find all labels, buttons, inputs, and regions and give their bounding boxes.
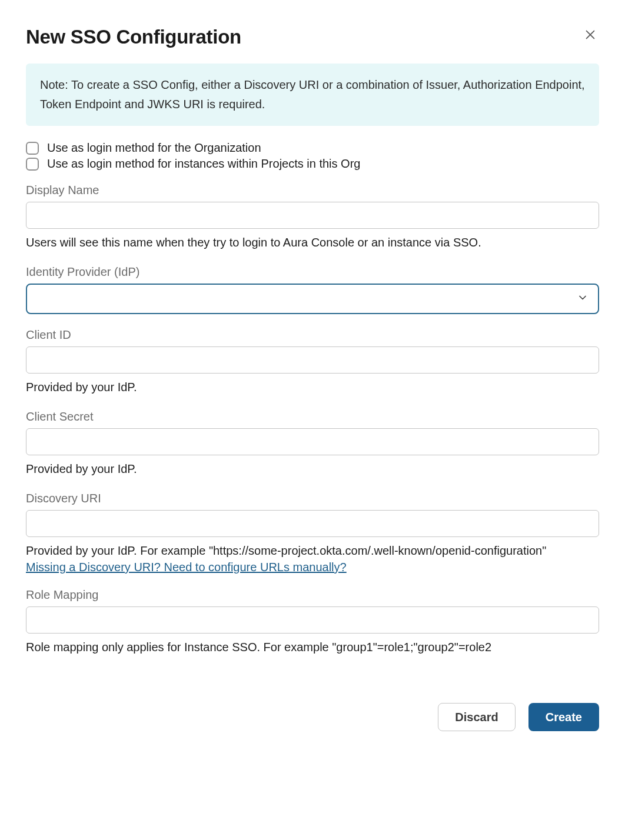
- checkbox-project-login[interactable]: [26, 158, 39, 171]
- checkbox-org-login[interactable]: [26, 142, 39, 155]
- discovery-uri-label: Discovery URI: [26, 492, 599, 505]
- display-name-help: Users will see this name when they try t…: [26, 234, 599, 251]
- checkbox-row-project-login: Use as login method for instances within…: [26, 157, 599, 171]
- role-mapping-input[interactable]: [26, 606, 599, 634]
- field-client-secret: Client Secret Provided by your IdP.: [26, 410, 599, 478]
- discard-button[interactable]: Discard: [438, 703, 515, 731]
- client-id-input[interactable]: [26, 346, 599, 374]
- create-button[interactable]: Create: [528, 703, 599, 731]
- idp-label: Identity Provider (IdP): [26, 265, 599, 279]
- dialog-footer: Discard Create: [26, 703, 599, 731]
- close-icon: [584, 28, 597, 43]
- info-note: Note: To create a SSO Config, either a D…: [26, 64, 599, 126]
- login-method-checkbox-group: Use as login method for the Organization…: [26, 141, 599, 171]
- close-button[interactable]: [581, 26, 599, 45]
- client-id-help: Provided by your IdP.: [26, 378, 599, 396]
- checkbox-row-org-login: Use as login method for the Organization: [26, 141, 599, 155]
- dialog-title: New SSO Configuration: [26, 26, 241, 48]
- sso-config-dialog: New SSO Configuration Note: To create a …: [0, 0, 625, 757]
- field-role-mapping: Role Mapping Role mapping only applies f…: [26, 588, 599, 656]
- field-client-id: Client ID Provided by your IdP.: [26, 328, 599, 396]
- client-secret-help: Provided by your IdP.: [26, 460, 599, 478]
- checkbox-project-login-label: Use as login method for instances within…: [47, 157, 360, 171]
- discovery-uri-input[interactable]: [26, 510, 599, 537]
- idp-select[interactable]: [26, 284, 599, 314]
- display-name-label: Display Name: [26, 184, 599, 197]
- field-idp: Identity Provider (IdP): [26, 265, 599, 314]
- discovery-uri-help: Provided by your IdP. For example "https…: [26, 542, 599, 559]
- manual-config-link[interactable]: Missing a Discovery URI? Need to configu…: [26, 561, 347, 574]
- role-mapping-label: Role Mapping: [26, 588, 599, 602]
- client-secret-label: Client Secret: [26, 410, 599, 424]
- field-discovery-uri: Discovery URI Provided by your IdP. For …: [26, 492, 599, 574]
- checkbox-org-login-label: Use as login method for the Organization: [47, 141, 261, 155]
- field-display-name: Display Name Users will see this name wh…: [26, 184, 599, 251]
- client-id-label: Client ID: [26, 328, 599, 342]
- client-secret-input[interactable]: [26, 428, 599, 455]
- display-name-input[interactable]: [26, 202, 599, 229]
- dialog-header: New SSO Configuration: [26, 26, 599, 48]
- role-mapping-help: Role mapping only applies for Instance S…: [26, 638, 599, 656]
